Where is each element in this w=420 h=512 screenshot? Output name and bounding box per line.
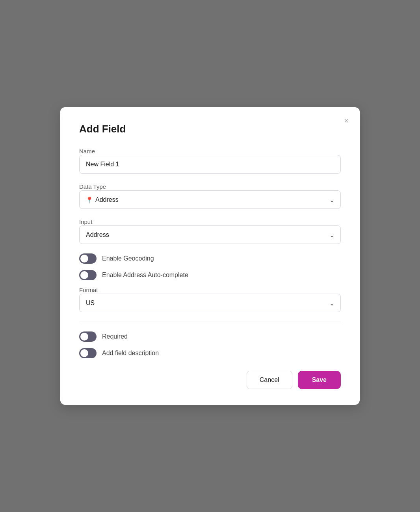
- required-label: Required: [102, 333, 128, 340]
- description-toggle-row: Add field description: [79, 348, 341, 358]
- geocoding-toggle[interactable]: [79, 253, 97, 264]
- description-label: Add field description: [102, 350, 159, 357]
- format-label: Format: [79, 287, 98, 293]
- geocoding-track: [79, 253, 97, 264]
- data-type-select[interactable]: Address Text Number Date Email Phone: [79, 190, 341, 209]
- description-track: [79, 348, 97, 358]
- autocomplete-toggle-row: Enable Address Auto-complete: [79, 270, 341, 280]
- autocomplete-track: [79, 270, 97, 280]
- input-select[interactable]: Address Text Number: [79, 225, 341, 244]
- format-select-wrapper: US International ⌄: [79, 294, 341, 312]
- modal-dialog: × Add Field Name Data Type 📍 Address Tex…: [60, 107, 360, 405]
- modal-title: Add Field: [79, 123, 341, 135]
- cancel-button[interactable]: Cancel: [247, 371, 292, 389]
- format-select[interactable]: US International: [79, 294, 341, 312]
- data-type-label: Data Type: [79, 183, 106, 190]
- name-label: Name: [79, 148, 95, 155]
- modal-footer: Cancel Save: [79, 371, 341, 389]
- geocoding-section: Enable Geocoding Enable Address Auto-com…: [79, 253, 341, 280]
- required-section: Required Add field description: [79, 331, 341, 358]
- save-button[interactable]: Save: [298, 371, 341, 389]
- data-type-select-wrapper: 📍 Address Text Number Date Email Phone ⌄: [79, 190, 341, 209]
- name-input[interactable]: [79, 155, 341, 174]
- close-button[interactable]: ×: [342, 115, 350, 126]
- autocomplete-toggle[interactable]: [79, 270, 97, 280]
- modal-overlay: × Add Field Name Data Type 📍 Address Tex…: [0, 0, 420, 512]
- required-toggle[interactable]: [79, 331, 97, 342]
- geocoding-toggle-row: Enable Geocoding: [79, 253, 341, 264]
- required-track: [79, 331, 97, 342]
- description-toggle[interactable]: [79, 348, 97, 358]
- input-select-wrapper: Address Text Number ⌄: [79, 225, 341, 244]
- input-label: Input: [79, 218, 92, 225]
- required-toggle-row: Required: [79, 331, 341, 342]
- geocoding-label: Enable Geocoding: [102, 255, 154, 262]
- section-divider: [79, 322, 341, 322]
- autocomplete-label: Enable Address Auto-complete: [102, 272, 188, 279]
